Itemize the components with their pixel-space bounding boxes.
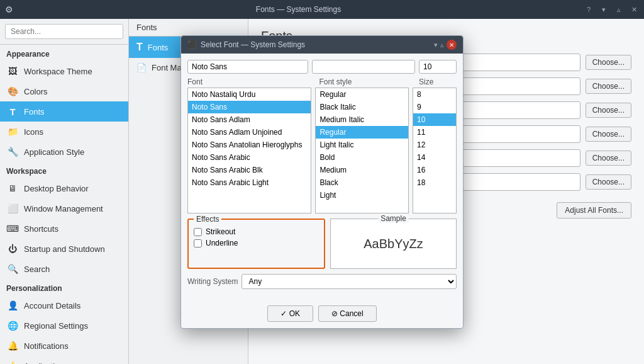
size-list-item[interactable]: 14 [413, 151, 456, 164]
menu-choose-button[interactable]: Choose... [586, 151, 631, 166]
modal-icon: ⬛ [187, 40, 197, 49]
size-list-item[interactable]: 11 [413, 126, 456, 139]
shortcuts-icon: ⌨ [6, 222, 19, 235]
writing-system-label: Writing System [187, 277, 238, 286]
panel-header: Fonts [129, 19, 248, 37]
sidebar-item-notifications[interactable]: 🔔 Notifications [0, 336, 128, 356]
sidebar-item-shortcuts[interactable]: ⌨ Shortcuts [0, 219, 128, 239]
size-list-item[interactable]: 8 [413, 88, 456, 101]
size-col-header: Size [419, 77, 457, 86]
panel-header-title: Fonts [136, 23, 157, 32]
icons-icon: 📁 [6, 125, 19, 138]
modal-ok-button[interactable]: ✓ OK [267, 305, 313, 322]
select-font-modal: ⬛ Select Font — System Settings ▾ ▵ ✕ Fo… [180, 35, 464, 329]
sidebar-item-startup-shutdown[interactable]: ⏻ Startup and Shutdown [0, 239, 128, 259]
fixed-width-choose-button[interactable]: Choose... [586, 79, 631, 94]
style-col-header: Font style [319, 77, 415, 86]
adjust-all-fonts-button[interactable]: Adjust All Fonts... [557, 202, 631, 219]
size-list-item[interactable]: 10 [413, 113, 456, 126]
style-list-item[interactable]: Light [316, 189, 408, 202]
modal-minimize-button[interactable]: ▾ [434, 41, 438, 49]
sidebar-item-desktop-behavior[interactable]: 🖥 Desktop Behavior [0, 178, 128, 198]
modal-body: Font Font style Size Noto Nastaliq Urdu … [181, 54, 463, 302]
sidebar-item-window-management[interactable]: ⬜ Window Management [0, 198, 128, 219]
maximize-button[interactable]: ▵ [614, 4, 624, 14]
effects-box: Effects Strikeout Underline [187, 219, 325, 269]
sidebar-item-application-style[interactable]: 🔧 Application Style [0, 142, 128, 162]
sidebar-item-label: Notifications [24, 341, 69, 351]
underline-row: Underline [194, 239, 319, 247]
sidebar-item-colors[interactable]: 🎨 Colors [0, 81, 128, 101]
size-search-input[interactable] [419, 60, 457, 74]
small-choose-button[interactable]: Choose... [586, 103, 631, 118]
general-choose-button[interactable]: Choose... [586, 55, 631, 70]
font-list-item[interactable]: Noto Sans Anatolian Hieroglyphs [188, 139, 311, 151]
style-list-item[interactable]: Bold [316, 151, 408, 164]
sidebar-item-label: Search [24, 264, 50, 274]
help-button[interactable]: ? [584, 4, 594, 14]
sidebar-item-icons[interactable]: 📁 Icons [0, 122, 128, 142]
size-list-item[interactable]: 9 [413, 101, 456, 113]
strikeout-row: Strikeout [194, 227, 319, 236]
modal-title: Select Font — System Settings [201, 40, 305, 49]
regional-icon: 🌐 [6, 319, 19, 332]
sidebar-item-label: Startup and Shutdown [24, 244, 105, 254]
window-title-choose-button[interactable]: Choose... [586, 174, 631, 190]
modal-close-button[interactable]: ✕ [447, 40, 457, 50]
style-list-item[interactable]: Regular [316, 88, 408, 101]
style-list-item[interactable]: Light Italic [316, 139, 408, 151]
titlebar-title: Fonts — System Settings [13, 5, 584, 14]
strikeout-checkbox[interactable] [194, 228, 202, 236]
fonts-icon: T [6, 105, 19, 118]
titlebar-left: ⚙ [5, 4, 13, 14]
style-list-item[interactable]: Medium Italic [316, 113, 408, 126]
style-list-item[interactable]: Regular [316, 126, 408, 139]
sidebar-item-label: Shortcuts [24, 224, 58, 234]
modal-cancel-button[interactable]: ⊘ Cancel [318, 305, 377, 322]
sample-text: AaBbYyZz [364, 237, 423, 251]
sidebar-item-workspace-theme[interactable]: 🖼 Workspace Theme [0, 61, 128, 81]
font-list-item[interactable]: Noto Sans Arabic [188, 151, 311, 164]
modal-titlebar-controls: ▾ ▵ ✕ [434, 40, 457, 50]
colors-icon: 🎨 [6, 85, 19, 98]
style-list-item[interactable]: Black [316, 176, 408, 189]
titlebar: ⚙ Fonts — System Settings ? ▾ ▵ ✕ [0, 0, 644, 19]
size-list-item[interactable]: 18 [413, 176, 456, 189]
toolbar-choose-button[interactable]: Choose... [586, 127, 631, 142]
modal-maximize-button[interactable]: ▵ [440, 41, 444, 49]
font-list-item[interactable]: Noto Sans Arabic Blk [188, 164, 311, 176]
module-item-label: Fonts [148, 43, 169, 52]
font-search-input[interactable] [187, 60, 308, 74]
font-list-item[interactable]: Noto Nastaliq Urdu [188, 88, 311, 101]
sidebar-item-applications[interactable]: ⭐ Applications [0, 356, 128, 364]
style-list-item[interactable]: Medium [316, 164, 408, 176]
style-list[interactable]: Regular Black Italic Medium Italic Regul… [315, 88, 409, 213]
sidebar-item-regional-settings[interactable]: 🌐 Regional Settings [0, 316, 128, 336]
sidebar-item-search[interactable]: 🔍 Search [0, 259, 128, 279]
font-list-item[interactable]: Noto Sans Arabic Light [188, 176, 311, 189]
size-list[interactable]: 8 9 10 11 12 14 16 18 [413, 88, 457, 213]
font-list[interactable]: Noto Nastaliq Urdu Noto Sans Noto Sans A… [187, 88, 311, 213]
style-list-item[interactable]: Black Italic [316, 101, 408, 113]
section-appearance: Appearance [0, 45, 128, 61]
sidebar-item-fonts[interactable]: T Fonts [0, 101, 128, 122]
style-search-input[interactable] [312, 60, 415, 74]
applications-icon: ⭐ [6, 360, 19, 364]
search-input[interactable] [5, 24, 123, 39]
modal-bottom: Effects Strikeout Underline Sample [187, 219, 457, 269]
sidebar-search-container [0, 19, 128, 45]
sidebar-item-label: Workspace Theme [24, 67, 92, 76]
font-list-item[interactable]: Noto Sans Adlam [188, 113, 311, 126]
font-list-item[interactable]: Noto Sans Adlam Unjoined [188, 126, 311, 139]
size-list-item[interactable]: 16 [413, 164, 456, 176]
writing-system-select[interactable]: Any Latin Arabic Cyrillic [242, 274, 457, 289]
section-personalization: Personalization [0, 279, 128, 295]
app-icon: ⚙ [5, 4, 13, 14]
size-list-item[interactable]: 12 [413, 139, 456, 151]
font-list-item[interactable]: Noto Sans [188, 101, 311, 113]
underline-label: Underline [206, 239, 238, 247]
underline-checkbox[interactable] [194, 239, 202, 247]
sidebar-item-account-details[interactable]: 👤 Account Details [0, 295, 128, 316]
minimize-button[interactable]: ▾ [599, 4, 609, 14]
close-button[interactable]: ✕ [629, 4, 639, 14]
